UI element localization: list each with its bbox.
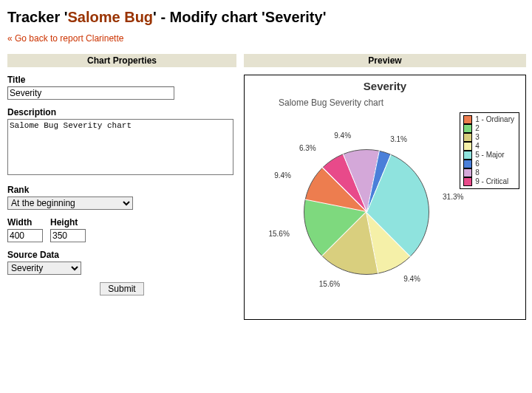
legend-item: 2 (463, 124, 514, 133)
title-label: Title (7, 75, 236, 85)
legend-item: 4 (463, 142, 514, 151)
section-header-preview: Preview (244, 54, 526, 67)
pie-chart (304, 149, 429, 275)
chart-legend: 1 - Ordinary2345 - Major689 - Critical (460, 112, 519, 189)
slice-percent-label: 15.6% (268, 230, 289, 238)
rank-label: Rank (7, 185, 236, 195)
title-suffix: ' - Modify chart 'Severity' (153, 9, 326, 25)
legend-swatch (463, 115, 472, 124)
title-input[interactable] (7, 86, 174, 100)
slice-percent-label: 9.4% (403, 275, 420, 283)
slice-percent-label: 6.3% (299, 144, 316, 152)
slice-percent-label: 9.4% (274, 171, 291, 180)
tracker-name: Salome Bug (67, 9, 153, 25)
legend-swatch (463, 133, 472, 142)
back-link[interactable]: « Go back to report Clarinette (7, 33, 123, 44)
rank-select[interactable]: At the beginning (7, 196, 133, 210)
slice-percent-label: 3.1% (390, 135, 407, 143)
legend-label: 9 - Critical (475, 177, 508, 186)
height-input[interactable] (50, 229, 86, 242)
legend-item: 9 - Critical (463, 177, 514, 186)
legend-item: 1 - Ordinary (463, 115, 514, 124)
legend-label: 8 (475, 168, 480, 177)
legend-label: 3 (475, 133, 480, 142)
description-label: Description (7, 107, 236, 117)
legend-item: 5 - Major (463, 151, 514, 160)
legend-label: 2 (475, 124, 480, 133)
legend-label: 5 - Major (475, 151, 504, 160)
legend-swatch (463, 142, 472, 151)
chart-panel: Severity Salome Bug Severity chart 1 - O… (244, 75, 526, 320)
legend-item: 6 (463, 160, 514, 168)
legend-label: 1 - Ordinary (475, 115, 514, 124)
legend-item: 3 (463, 133, 514, 142)
slice-percent-label: 31.3% (443, 193, 463, 201)
width-label: Width (7, 217, 43, 228)
legend-label: 4 (475, 142, 480, 151)
legend-swatch (463, 160, 472, 168)
legend-swatch (463, 177, 472, 186)
legend-item: 8 (463, 168, 514, 177)
submit-button[interactable] (100, 282, 143, 295)
source-data-select[interactable]: Severity (7, 262, 81, 275)
page-title: Tracker 'Salome Bug' - Modify chart 'Sev… (7, 9, 525, 26)
source-data-label: Source Data (7, 250, 236, 260)
section-header-properties: Chart Properties (7, 54, 236, 67)
title-prefix: Tracker ' (7, 9, 67, 25)
slice-percent-label: 15.6% (319, 280, 340, 288)
chart-title: Severity (245, 80, 525, 92)
width-input[interactable] (7, 229, 43, 242)
chart-subtitle: Salome Bug Severity chart (279, 98, 383, 108)
height-label: Height (50, 217, 86, 228)
legend-label: 6 (475, 160, 480, 168)
slice-percent-label: 9.4% (334, 131, 351, 140)
legend-swatch (463, 124, 472, 133)
legend-swatch (463, 168, 472, 177)
legend-swatch (463, 151, 472, 160)
description-textarea[interactable] (7, 119, 233, 175)
